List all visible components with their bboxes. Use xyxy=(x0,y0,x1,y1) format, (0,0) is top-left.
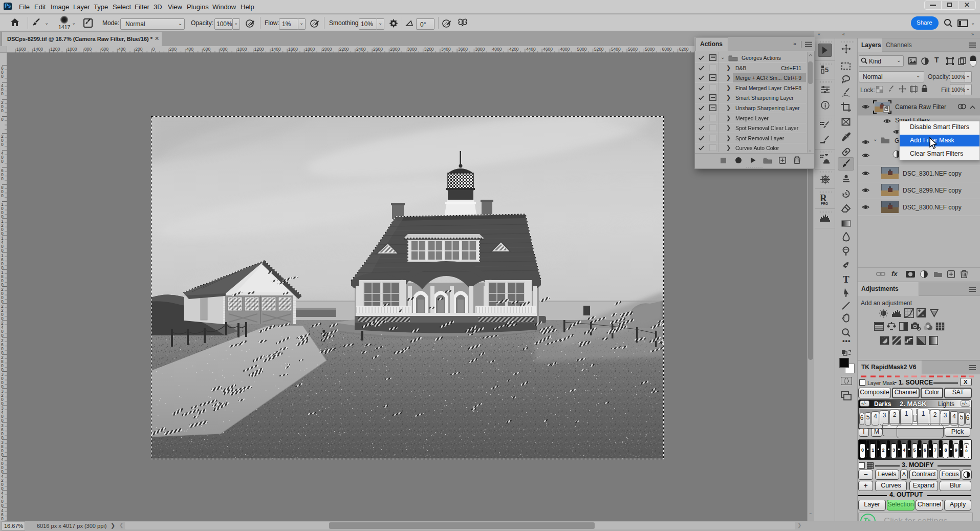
svg-text:3200: 3200 xyxy=(424,47,434,52)
svg-text:400: 400 xyxy=(118,47,125,52)
svg-text:5200: 5200 xyxy=(594,47,604,52)
svg-text:1400: 1400 xyxy=(33,47,43,52)
svg-text:6000: 6000 xyxy=(662,47,672,52)
svg-text:400: 400 xyxy=(186,47,193,52)
svg-text:800: 800 xyxy=(84,47,92,52)
svg-text:200: 200 xyxy=(169,47,177,52)
svg-text:5400: 5400 xyxy=(611,47,621,52)
svg-text:2200: 2200 xyxy=(339,47,349,52)
svg-text:0: 0 xyxy=(1,91,4,96)
svg-text:4400: 4400 xyxy=(526,47,536,52)
svg-text:0: 0 xyxy=(1,142,4,147)
svg-text:4000: 4000 xyxy=(492,47,502,52)
svg-text:1000: 1000 xyxy=(68,47,77,52)
svg-text:5800: 5800 xyxy=(645,47,655,52)
svg-text:1600: 1600 xyxy=(16,47,26,52)
svg-text:800: 800 xyxy=(220,47,227,52)
svg-text:1200: 1200 xyxy=(50,47,60,52)
svg-text:0: 0 xyxy=(1,176,4,181)
svg-text:2600: 2600 xyxy=(373,47,383,52)
svg-text:3400: 3400 xyxy=(441,47,451,52)
svg-text:0: 0 xyxy=(1,159,4,164)
svg-text:1600: 1600 xyxy=(288,47,298,52)
svg-text:0: 0 xyxy=(153,47,155,52)
svg-text:200: 200 xyxy=(135,47,142,52)
svg-text:3800: 3800 xyxy=(475,47,485,52)
svg-text:5600: 5600 xyxy=(628,47,638,52)
svg-text:600: 600 xyxy=(101,47,108,52)
svg-text:3600: 3600 xyxy=(458,47,468,52)
svg-text:0: 0 xyxy=(1,108,4,113)
svg-text:3000: 3000 xyxy=(407,47,417,52)
svg-text:0: 0 xyxy=(1,74,4,79)
svg-text:1000: 1000 xyxy=(237,47,247,52)
svg-text:4200: 4200 xyxy=(509,47,519,52)
svg-text:6200: 6200 xyxy=(679,47,689,52)
svg-text:5000: 5000 xyxy=(577,47,587,52)
svg-text:5: 5 xyxy=(825,66,829,74)
svg-text:0: 0 xyxy=(1,193,4,198)
svg-text:1800: 1800 xyxy=(305,47,315,52)
svg-text:600: 600 xyxy=(203,47,210,52)
svg-text:4800: 4800 xyxy=(560,47,570,52)
svg-text:2000: 2000 xyxy=(322,47,332,52)
svg-text:1200: 1200 xyxy=(254,47,264,52)
svg-text:2400: 2400 xyxy=(356,47,366,52)
svg-text:2800: 2800 xyxy=(390,47,400,52)
svg-text:4600: 4600 xyxy=(543,47,553,52)
svg-text:0: 0 xyxy=(1,117,4,122)
svg-text:1400: 1400 xyxy=(271,47,281,52)
